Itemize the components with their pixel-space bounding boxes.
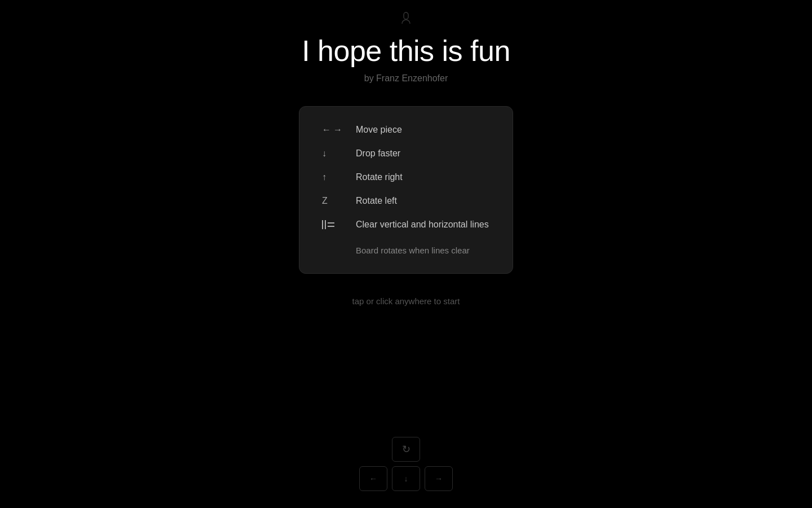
touch-down-arrow-icon: ↓ (404, 474, 408, 483)
tap-to-start[interactable]: tap or click anywhere to start (352, 296, 460, 306)
subtitle: by Franz Enzenhofer (302, 73, 510, 84)
key-z: Z (322, 196, 328, 206)
page-container[interactable]: I hope this is fun by Franz Enzenhofer ←… (0, 0, 812, 508)
action-rotate-left: Rotate left (356, 196, 490, 206)
parallel-lines-icon (322, 220, 334, 229)
key-rotate-left: Z (322, 196, 356, 206)
key-right-arrow: → (333, 125, 342, 135)
top-icon (399, 11, 413, 28)
touch-row-top: ↻ (359, 437, 453, 462)
rotate-icon: ↻ (402, 443, 411, 456)
key-rotate-right: ↑ (322, 172, 356, 182)
bottom-touch-controls[interactable]: ↻ ← ↓ → (359, 437, 453, 491)
touch-right-btn[interactable]: → (425, 466, 453, 491)
control-row-rotate-right: ↑ Rotate right (322, 172, 490, 182)
touch-rotate-btn[interactable]: ↻ (392, 437, 420, 462)
key-up-arrow: ↑ (322, 172, 326, 182)
control-row-rotate-left: Z Rotate left (322, 196, 490, 206)
action-move: Move piece (356, 125, 490, 135)
key-down-arrow: ↓ (322, 148, 326, 159)
control-row-note: Board rotates when lines clear (322, 243, 490, 255)
controls-card: ← → Move piece ↓ Drop faster ↑ Rotate ri… (299, 106, 513, 274)
key-left-arrow: ← (322, 125, 331, 135)
main-title: I hope this is fun (302, 34, 510, 68)
touch-left-spacer (359, 437, 387, 462)
action-drop: Drop faster (356, 148, 490, 159)
touch-right-arrow-icon: → (435, 474, 443, 483)
key-clear (322, 220, 356, 229)
touch-down-btn[interactable]: ↓ (392, 466, 420, 491)
action-rotate-right: Rotate right (356, 172, 490, 182)
control-row-move: ← → Move piece (322, 125, 490, 135)
touch-left-btn[interactable]: ← (359, 466, 387, 491)
control-row-drop: ↓ Drop faster (322, 148, 490, 159)
touch-row-bottom: ← ↓ → (359, 466, 453, 491)
title-area: I hope this is fun by Franz Enzenhofer (302, 34, 510, 84)
action-clear: Clear vertical and horizontal lines (356, 220, 490, 230)
board-note: Board rotates when lines clear (356, 246, 470, 255)
svg-rect-0 (404, 12, 408, 19)
control-row-clear: Clear vertical and horizontal lines (322, 220, 490, 230)
touch-left-arrow-icon: ← (369, 474, 377, 483)
touch-right-spacer (425, 437, 453, 462)
key-move: ← → (322, 125, 356, 135)
key-drop: ↓ (322, 148, 356, 159)
